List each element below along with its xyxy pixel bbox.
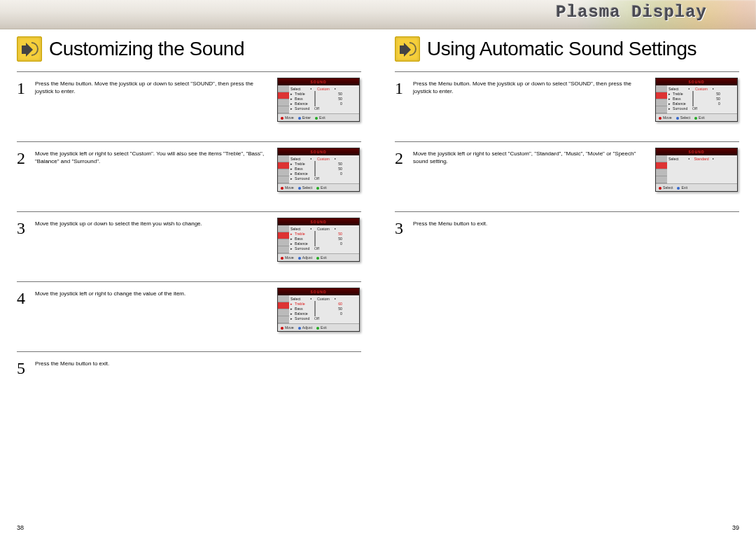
osd-row-label: Surround	[295, 316, 313, 321]
osd-footer-item: Select	[659, 185, 673, 190]
osd-row-label: Select	[290, 297, 309, 301]
osd-row: ▸ Surround Off	[668, 106, 736, 111]
osd-row-value: Off	[692, 106, 712, 111]
osd-row: ▸ Balance 0	[290, 241, 358, 246]
osd-row: ▸ Treble 50	[290, 231, 358, 236]
osd-row-num: 50	[335, 92, 342, 96]
page-number-left: 38	[17, 524, 24, 531]
osd-footer: MoveSelectExit	[278, 183, 359, 191]
osd-screenshot: SOUND Select ◂ Custom ▸ ▸ Treble 50 ▸ Ba…	[655, 78, 738, 122]
osd-footer: MoveSelectExit	[656, 113, 737, 121]
osd-row-value: Custom	[314, 87, 333, 91]
osd-row: ▸ Treble 50	[290, 161, 358, 166]
osd-row: ▸ Surround Off	[290, 106, 358, 111]
osd-row-label: Balance	[295, 171, 313, 176]
osd-row: ▸ Balance 0	[290, 171, 358, 176]
osd-row-value	[314, 162, 334, 166]
osd-row-value	[314, 101, 334, 106]
osd-footer-item: Move	[281, 255, 294, 260]
osd-row: ▸ Bass 50	[290, 236, 358, 241]
osd-row-label: Select	[290, 87, 309, 91]
osd-row: Select ◂ Custom ▸	[668, 86, 736, 91]
osd-row: ▸ Balance 0	[290, 101, 358, 106]
osd-row-value	[314, 302, 334, 306]
osd-row-value	[314, 237, 334, 241]
osd-footer-item: Adjust	[298, 325, 312, 330]
bullet-icon: ▸	[290, 101, 293, 106]
osd-row-value: Off	[314, 176, 334, 181]
bullet-icon: ▸	[290, 171, 293, 176]
osd-row-value: Off	[314, 106, 334, 111]
step-figure: SOUND Select ◂ Custom ▸ ▸ Treble 50 ▸ Ba…	[277, 218, 361, 262]
osd-row-label: Select	[290, 227, 309, 231]
osd-row: Select ◂ Custom ▸	[290, 156, 358, 161]
page-number-right: 39	[732, 524, 739, 531]
osd-body: Select ◂ Custom ▸ ▸ Treble 60 ▸ Bass 50 …	[278, 295, 359, 323]
step-number: 3	[395, 218, 413, 238]
osd-footer-item: Select	[676, 115, 690, 120]
osd-row-num: 50	[335, 232, 342, 236]
step-figure: SOUND Select ◂ Standard ▸ SelectExit	[655, 148, 739, 192]
osd-list: Select ◂ Custom ▸ ▸ Treble 60 ▸ Bass 50 …	[289, 295, 359, 323]
osd-screenshot: SOUND Select ◂ Custom ▸ ▸ Treble 60 ▸ Ba…	[277, 288, 360, 332]
osd-list: Select ◂ Custom ▸ ▸ Treble 50 ▸ Bass 50 …	[289, 85, 359, 113]
osd-title: SOUND	[656, 148, 737, 155]
osd-sidebar	[278, 155, 289, 183]
osd-row-label: Surround	[673, 106, 691, 111]
osd-footer-item: Exit	[316, 185, 327, 190]
osd-row-label: Bass	[295, 97, 313, 101]
step-number: 5	[17, 358, 35, 378]
page-right: Using Automatic Sound Settings 1 Press t…	[378, 29, 756, 534]
osd-row-value	[314, 167, 334, 171]
osd-body: Select ◂ Standard ▸	[656, 155, 737, 183]
osd-footer-item: Adjust	[298, 255, 312, 260]
osd-row: ▸ Balance 0	[290, 311, 358, 316]
osd-row-value: Off	[314, 316, 334, 321]
osd-sidebar	[278, 225, 289, 253]
osd-screenshot: SOUND Select ◂ Standard ▸ SelectExit	[655, 148, 738, 192]
chevron-right-icon: ▸	[335, 157, 337, 160]
osd-footer: MoveAdjustExit	[278, 323, 359, 331]
osd-row: Select ◂ Custom ▸	[290, 296, 358, 301]
osd-sidebar	[656, 155, 667, 183]
chevron-right-icon: ▸	[335, 87, 337, 90]
bullet-icon: ▸	[290, 316, 293, 321]
title-right: Using Automatic Sound Settings	[427, 38, 696, 60]
osd-row-label: Balance	[673, 101, 691, 106]
osd-footer-item: Exit	[316, 255, 327, 260]
step-text: Press the Menu button. Move the joystick…	[413, 78, 655, 96]
bullet-icon: ▸	[290, 307, 293, 311]
bullet-icon: ▸	[290, 237, 293, 241]
osd-row-num: 50	[335, 167, 342, 171]
step-text: Move the joystick left or right to chang…	[35, 288, 277, 298]
step-text: Press the Menu button to exit.	[413, 218, 655, 228]
osd-list: Select ◂ Standard ▸	[667, 155, 737, 183]
osd-row-label: Bass	[295, 307, 313, 311]
osd-footer-item: Exit	[315, 115, 326, 120]
bullet-icon: ▸	[290, 92, 293, 96]
osd-row-value	[314, 307, 334, 311]
step-number: 4	[17, 288, 35, 308]
bullet-icon: ▸	[290, 311, 293, 316]
osd-footer: MoveEnterExit	[278, 113, 359, 121]
osd-row-num: 0	[335, 311, 342, 316]
osd-row: ▸ Bass 50	[290, 96, 358, 101]
osd-sidebar	[278, 85, 289, 113]
osd-screenshot: SOUND Select ◂ Custom ▸ ▸ Treble 50 ▸ Ba…	[277, 78, 360, 122]
osd-body: Select ◂ Custom ▸ ▸ Treble 50 ▸ Bass 50 …	[656, 85, 737, 113]
osd-row-value	[314, 311, 334, 316]
step-number: 3	[17, 218, 35, 238]
step: 5 Press the Menu button to exit.	[17, 351, 361, 384]
step: 4 Move the joystick left or right to cha…	[17, 281, 361, 351]
step-number: 2	[17, 148, 35, 168]
osd-row-value: Custom	[692, 87, 711, 91]
osd-row-num: 0	[335, 101, 342, 106]
steps-right: 1 Press the Menu button. Move the joysti…	[395, 71, 739, 244]
speaker-icon	[395, 36, 420, 62]
step-text: Move the joystick left or right to selec…	[413, 148, 655, 166]
step-figure: SOUND Select ◂ Custom ▸ ▸ Treble 50 ▸ Ba…	[277, 78, 361, 122]
osd-row: Select ◂ Standard ▸	[668, 156, 736, 161]
chevron-right-icon: ▸	[335, 227, 337, 230]
osd-title: SOUND	[278, 148, 359, 155]
osd-row: ▸ Treble 50	[290, 91, 358, 96]
